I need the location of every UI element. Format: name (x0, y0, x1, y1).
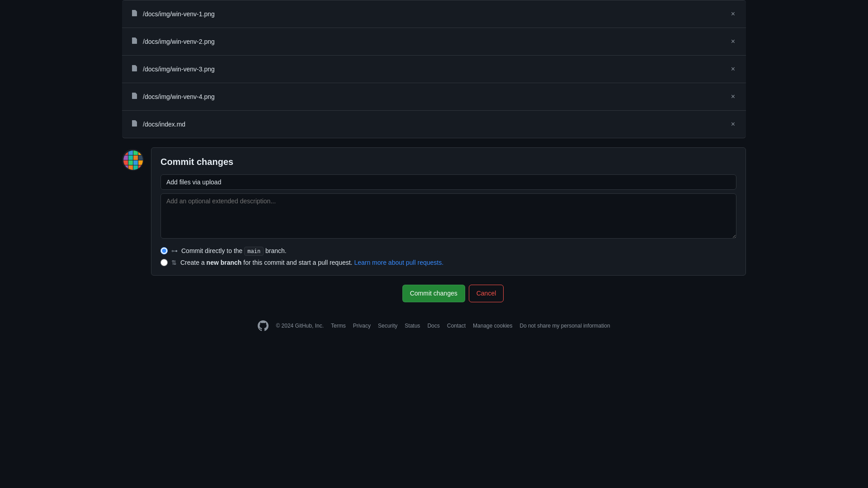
cancel-button[interactable]: Cancel (469, 285, 504, 302)
footer-link-do-not-share[interactable]: Do not share my personal information (519, 323, 610, 329)
branch-badge: main (244, 247, 264, 256)
file-icon (131, 65, 138, 74)
action-buttons: Commit changes Cancel (402, 285, 504, 302)
commit-box: Commit changes ⊶ Commit directly to the … (151, 147, 746, 276)
avatar-container (122, 149, 144, 171)
file-name: /docs/index.md (143, 121, 185, 128)
file-item-left: /docs/index.md (131, 120, 185, 129)
file-icon (131, 37, 138, 46)
commit-section: Commit changes ⊶ Commit directly to the … (122, 147, 746, 276)
commit-description-textarea[interactable] (160, 193, 736, 239)
file-list: /docs/img/win-venv-1.png × /docs/img/win… (122, 0, 746, 138)
file-item-left: /docs/img/win-venv-1.png (131, 9, 215, 19)
radio-direct-option[interactable]: ⊶ Commit directly to the main branch. (160, 247, 736, 254)
radio-section: ⊶ Commit directly to the main branch. ⇅ … (160, 247, 736, 266)
radio-direct-label: Commit directly to the main branch. (181, 247, 287, 254)
file-item: /docs/img/win-venv-2.png × (122, 28, 746, 56)
file-icon (131, 92, 138, 101)
file-item: /docs/img/win-venv-4.png × (122, 83, 746, 111)
file-item: /docs/index.md × (122, 111, 746, 138)
file-item-left: /docs/img/win-venv-3.png (131, 65, 215, 74)
radio-pr-option[interactable]: ⇅ Create a new branch for this commit an… (160, 259, 736, 266)
footer-copyright: © 2024 GitHub, Inc. (276, 323, 324, 329)
commit-message-input[interactable] (160, 174, 736, 190)
footer-link-contact[interactable]: Contact (447, 323, 466, 329)
footer: © 2024 GitHub, Inc. Terms Privacy Securi… (0, 302, 868, 340)
file-name: /docs/img/win-venv-1.png (143, 10, 215, 18)
footer-link-manage-cookies[interactable]: Manage cookies (473, 323, 512, 329)
radio-pr-label: Create a new branch for this commit and … (180, 259, 443, 266)
file-remove-button[interactable]: × (729, 119, 737, 130)
radio-direct-input[interactable] (160, 247, 168, 254)
file-name: /docs/img/win-venv-4.png (143, 93, 215, 100)
file-remove-button[interactable]: × (729, 36, 737, 47)
file-item-left: /docs/img/win-venv-2.png (131, 37, 215, 46)
file-remove-button[interactable]: × (729, 64, 737, 75)
commit-changes-button[interactable]: Commit changes (402, 285, 465, 302)
file-icon (131, 120, 138, 129)
pr-icon: ⇅ (171, 259, 177, 266)
file-remove-button[interactable]: × (729, 91, 737, 102)
footer-link-security[interactable]: Security (378, 323, 397, 329)
commit-icon: ⊶ (171, 247, 178, 254)
file-item: /docs/img/win-venv-3.png × (122, 56, 746, 83)
file-remove-button[interactable]: × (729, 9, 737, 19)
github-logo (258, 320, 269, 331)
radio-pr-input[interactable] (160, 259, 168, 266)
footer-link-terms[interactable]: Terms (331, 323, 346, 329)
footer-link-privacy[interactable]: Privacy (353, 323, 371, 329)
footer-link-status[interactable]: Status (405, 323, 420, 329)
file-item-left: /docs/img/win-venv-4.png (131, 92, 215, 101)
file-item: /docs/img/win-venv-1.png × (122, 0, 746, 28)
commit-title: Commit changes (160, 157, 736, 167)
pr-link[interactable]: Learn more about pull requests. (354, 259, 443, 266)
file-name: /docs/img/win-venv-2.png (143, 38, 215, 45)
file-icon (131, 9, 138, 19)
avatar (122, 149, 144, 171)
footer-link-docs[interactable]: Docs (427, 323, 439, 329)
file-name: /docs/img/win-venv-3.png (143, 66, 215, 73)
avatar-grid (123, 150, 143, 170)
